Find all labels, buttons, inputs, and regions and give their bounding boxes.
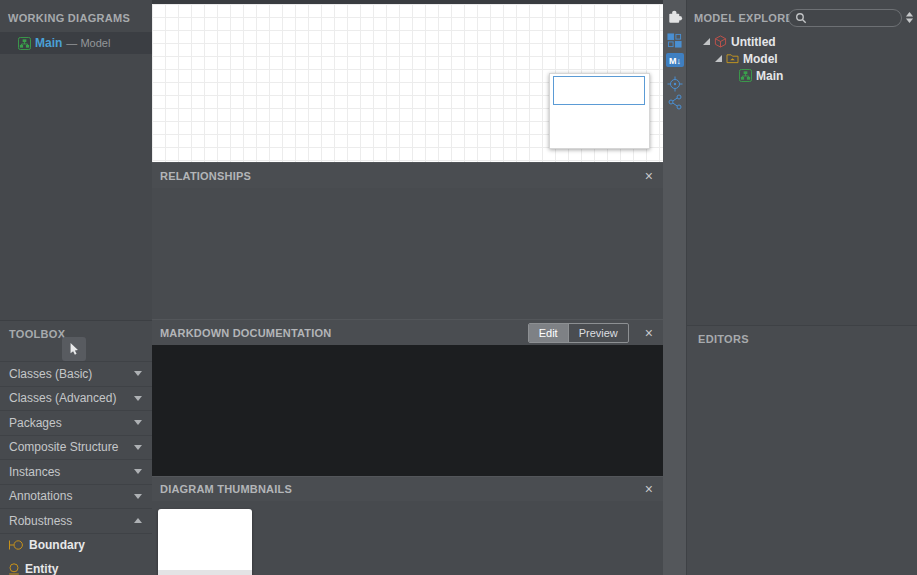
chevron-up-icon [134,518,142,523]
editors-header: EDITORS [698,333,749,345]
thumbnails-title: DIAGRAM THUMBNAILS [160,483,643,495]
close-icon[interactable]: × [643,326,655,340]
sort-icon [905,11,914,24]
markdown-documentation-panel: MARKDOWN DOCUMENTATION Edit Preview × [152,319,663,476]
markdown-title: MARKDOWN DOCUMENTATION [160,327,528,339]
chevron-down-icon [134,494,142,499]
working-diagram-suffix: — Model [66,37,110,49]
tree-item-main[interactable]: Main [687,67,917,84]
preview-tab[interactable]: Preview [568,324,628,342]
toolbox-section-annotations[interactable]: Annotations [0,484,152,509]
toolbox-header: TOOLBOX [9,328,65,340]
thumbnails-list [152,501,663,575]
diagram-thumbnails-panel: DIAGRAM THUMBNAILS × [152,476,663,575]
tree-item-untitled[interactable]: Untitled [687,33,917,50]
class-diagram-icon [739,69,752,82]
diagram-canvas[interactable] [152,4,663,162]
close-icon[interactable]: × [643,169,655,183]
working-diagrams-button[interactable] [663,31,686,49]
close-icon[interactable]: × [643,482,655,496]
search-input[interactable] [810,11,895,25]
edit-tab[interactable]: Edit [529,324,568,342]
share-button[interactable] [663,93,686,111]
model-explorer-tree: Untitled Model [687,33,917,84]
working-diagrams-header: WORKING DIAGRAMS [8,12,130,24]
share-icon [668,94,682,110]
sort-toggle-button[interactable] [905,11,914,24]
toolbox-section-packages[interactable]: Packages [0,410,152,435]
relationships-list [152,188,663,319]
chevron-down-icon [134,396,142,401]
right-sidebar: MODEL EXPLORER [686,0,917,575]
focus-button[interactable] [663,75,686,93]
chevron-down-icon [134,469,142,474]
relationships-panel: RELATIONSHIPS × [152,162,663,319]
puzzle-icon [666,8,683,25]
canvas-area [152,0,663,162]
working-diagram-name: Main [35,36,62,50]
toolbox-section-instances[interactable]: Instances [0,459,152,484]
class-shape[interactable] [549,73,650,149]
chevron-down-icon [134,420,142,425]
class-diagram-icon [18,37,31,50]
toolbox-section-classes-advanced[interactable]: Classes (Advanced) [0,386,152,411]
project-icon [714,35,727,48]
side-toolbar: M↓ [663,0,686,575]
working-diagrams-icon [667,33,682,48]
markdown-panel-header: MARKDOWN DOCUMENTATION Edit Preview × [152,319,663,345]
markdown-panel-button[interactable]: M↓ [663,51,686,69]
extensions-button[interactable] [663,7,686,25]
relationships-panel-header: RELATIONSHIPS × [152,162,663,188]
crosshair-icon [667,76,683,92]
boundary-icon [8,539,24,551]
model-icon [726,53,739,64]
left-sidebar: WORKING DIAGRAMS Main — Model TOOLBOX [0,0,152,575]
select-tool-button[interactable] [62,337,86,361]
model-explorer-header: MODEL EXPLORER [694,12,801,24]
center-column: RELATIONSHIPS × MARKDOWN DOCUMENTATION E… [152,0,663,575]
toolbox-section-composite-structure[interactable]: Composite Structure [0,435,152,460]
editors-panel: EDITORS [687,325,917,575]
markdown-icon: M↓ [666,53,684,67]
toolbox-sections: Classes (Basic) Classes (Advanced) Packa… [0,361,152,575]
thumbnail-label-strip [158,570,252,575]
working-diagram-item-main[interactable]: Main — Model [0,32,152,54]
svg-text:M↓: M↓ [669,56,681,66]
diagram-thumbnail[interactable] [158,509,252,575]
cursor-icon [68,342,80,357]
toolbox-panel: TOOLBOX Classes (Basic) Classes (Advance… [0,320,152,575]
tree-expander-icon[interactable] [715,55,722,62]
chevron-down-icon [134,445,142,450]
class-name-compartment[interactable] [553,76,645,105]
tree-expander-icon[interactable] [703,38,710,45]
markdown-editor[interactable] [152,345,663,476]
chevron-down-icon [134,371,142,376]
toolbox-section-robustness[interactable]: Robustness [0,508,152,533]
toolbox-section-classes-basic[interactable]: Classes (Basic) [0,361,152,386]
relationships-title: RELATIONSHIPS [160,170,643,182]
search-icon [795,12,807,24]
staruml-window: WORKING DIAGRAMS Main — Model TOOLBOX [0,0,917,575]
model-explorer-search [788,9,902,27]
tool-entity[interactable]: Entity [0,557,152,575]
tool-boundary[interactable]: Boundary [0,533,152,558]
entity-icon [8,563,20,575]
tree-item-model[interactable]: Model [687,50,917,67]
markdown-mode-switch: Edit Preview [528,323,629,343]
thumbnails-panel-header: DIAGRAM THUMBNAILS × [152,476,663,501]
